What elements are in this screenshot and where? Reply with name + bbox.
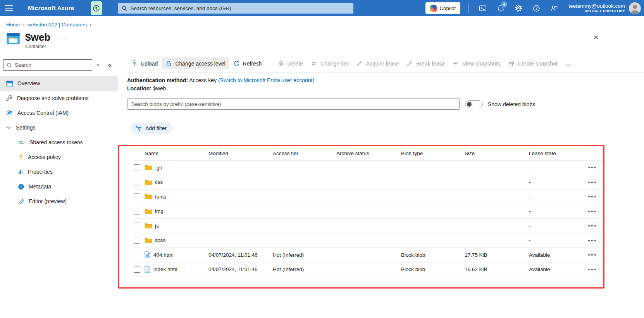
sidebar-item-properties[interactable]: Properties (0, 164, 118, 179)
toolbar-button-label: Break lease (416, 60, 445, 67)
breadcrumb-link-webstore212-containers[interactable]: webstore212 | Containers (28, 22, 87, 28)
change-access-level-button[interactable]: Change access level (162, 57, 229, 69)
info-icon (18, 183, 24, 190)
blob-prefix-search[interactable] (127, 99, 460, 110)
blob-name[interactable]: img (145, 208, 208, 214)
blob-name[interactable]: scss (145, 237, 208, 244)
feedback-icon[interactable] (548, 2, 561, 15)
blob-prefix-search-input[interactable] (131, 101, 455, 107)
table-row-scss[interactable]: scss-●●● (134, 233, 603, 248)
folder-icon (145, 164, 152, 171)
upload-circle-extension-icon[interactable] (91, 1, 102, 15)
blob-name[interactable]: js (145, 223, 208, 229)
sidebar-search-input[interactable] (15, 62, 89, 68)
title-more-button[interactable]: ··· (60, 34, 69, 41)
column-header-blob-type[interactable]: Blob type (401, 150, 465, 156)
table-row-css[interactable]: css-●●● (134, 175, 603, 190)
chevron-down-icon (6, 125, 12, 130)
sidebar-item-shared-access-tokens[interactable]: Shared access tokens (0, 135, 118, 150)
breadcrumb-link-home[interactable]: Home (6, 22, 20, 28)
azure-brand[interactable]: Microsoft Azure (28, 5, 74, 12)
row-checkbox[interactable] (134, 252, 140, 258)
gear-icon[interactable] (512, 2, 525, 15)
location-label: Location: (127, 85, 152, 92)
clear-search-icon[interactable]: × (96, 62, 100, 68)
refresh-button[interactable]: Refresh (229, 57, 266, 69)
sidebar-item-diagnose-and-solve-problems[interactable]: Diagnose and solve problems (0, 91, 118, 105)
column-header-size[interactable]: Size (465, 150, 529, 156)
row-menu-button[interactable]: ●●● (588, 238, 597, 242)
column-header-access-tier[interactable]: Access tier (273, 150, 336, 156)
global-search-input[interactable] (131, 5, 350, 11)
blob-name[interactable]: css (145, 179, 208, 185)
close-icon[interactable]: × (594, 33, 598, 41)
row-menu-button[interactable]: ●●● (588, 268, 597, 271)
row-menu-button[interactable]: ●●● (588, 253, 597, 257)
row-menu-button[interactable]: ●●● (588, 166, 597, 169)
global-search[interactable] (118, 3, 353, 14)
row-menu-button[interactable]: ●●● (588, 224, 597, 228)
sidebar-item-access-policy[interactable]: Access policy (0, 150, 118, 164)
row-checkbox[interactable] (134, 194, 140, 200)
avatar[interactable] (629, 2, 641, 14)
sidebar-item-settings[interactable]: Settings (0, 120, 118, 135)
wrench-icon (6, 95, 13, 102)
table-row-img[interactable]: img-●●● (134, 204, 603, 219)
delete-button[interactable]: Delete (274, 57, 307, 69)
sidebar-item-overview[interactable]: Overview (0, 76, 118, 91)
blob-name[interactable]: index.html (145, 266, 208, 273)
cloud-shell-icon[interactable] (476, 2, 489, 15)
column-header-name[interactable]: Name (145, 150, 208, 156)
copilot-button[interactable]: Copilot (425, 2, 460, 14)
table-row-index-html[interactable]: index.html04/07/2024, 11:01:46Hot (Infer… (134, 263, 603, 277)
blob-lease-state: - (529, 194, 587, 200)
upload-button[interactable]: Upload (127, 57, 162, 69)
row-checkbox[interactable] (134, 223, 140, 229)
sidebar-item-editor-preview[interactable]: Editor (preview) (0, 194, 118, 209)
row-checkbox[interactable] (134, 179, 140, 185)
column-header-modified[interactable]: Modified (208, 150, 273, 156)
view-snapshots-button[interactable]: View snapshots (449, 57, 504, 69)
blob-name[interactable]: .git (145, 164, 208, 171)
table-row-404-html[interactable]: 404.html04/07/2024, 11:01:46Hot (Inferre… (134, 248, 603, 263)
switch-auth-link[interactable]: (Switch to Microsoft Entra user account) (218, 77, 314, 83)
row-checkbox[interactable] (134, 164, 140, 171)
account-directory: DEFAULT DIRECTORY (568, 9, 625, 13)
row-checkbox[interactable] (134, 208, 140, 214)
column-header-lease-state[interactable]: Lease state (529, 150, 587, 156)
toolbar-button-label: Change access level (175, 60, 225, 67)
blob-name[interactable]: fonts (145, 194, 208, 200)
help-icon[interactable]: ? (530, 2, 543, 15)
menu-icon[interactable] (0, 0, 18, 16)
table-row-git[interactable]: .git-●●● (134, 161, 603, 175)
auth-method-value: Access key (189, 77, 217, 83)
page-title: $web (25, 32, 50, 43)
show-deleted-blobs-toggle[interactable] (465, 100, 483, 108)
blob-name[interactable]: 404.html (145, 251, 208, 258)
sidebar-item-metadata[interactable]: Metadata (0, 179, 118, 194)
add-filter-label: Add filter (145, 125, 167, 131)
row-checkbox[interactable] (134, 237, 140, 244)
break-lease-button[interactable]: Break lease (403, 57, 449, 69)
toolbar-button-label: Acquire lease (366, 60, 399, 67)
row-menu-button[interactable]: ●●● (588, 209, 597, 213)
account-info[interactable]: teetammy@outlook.com DEFAULT DIRECTORY (568, 3, 625, 13)
toolbar-overflow-button[interactable]: … (561, 58, 575, 69)
column-header-archive-status[interactable]: Archive status (336, 150, 401, 156)
sidebar-search[interactable] (3, 59, 92, 71)
change-tier-button[interactable]: Change tier (307, 57, 352, 69)
table-row-js[interactable]: js-●●● (134, 219, 603, 233)
row-menu-button[interactable]: ●●● (588, 180, 597, 184)
notifications-bell-icon[interactable]: 4 (494, 2, 507, 15)
collapse-pane-icon[interactable]: « (108, 61, 112, 69)
sidebar: × « OverviewDiagnose and solve problemsA… (0, 55, 118, 315)
link-icon (18, 140, 25, 145)
row-checkbox[interactable] (134, 266, 140, 273)
sidebar-item-access-control-iam[interactable]: Access Control (IAM) (0, 105, 118, 120)
table-row-fonts[interactable]: fonts-●●● (134, 190, 603, 204)
add-filter-button[interactable]: Add filter (131, 123, 173, 134)
toolbar-divider (270, 59, 270, 68)
row-menu-button[interactable]: ●●● (588, 195, 597, 199)
create-snapshot-button[interactable]: Create snapshot (504, 57, 561, 69)
acquire-lease-button[interactable]: Acquire lease (352, 57, 403, 69)
